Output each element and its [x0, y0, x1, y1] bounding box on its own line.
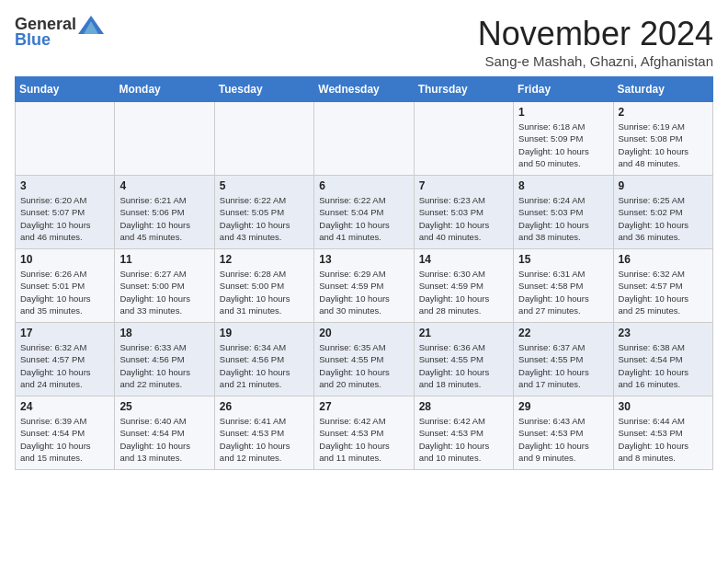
calendar-cell: 30Sunrise: 6:44 AM Sunset: 4:53 PM Dayli… — [613, 396, 712, 470]
calendar-cell: 29Sunrise: 6:43 AM Sunset: 4:53 PM Dayli… — [514, 396, 613, 470]
calendar-cell: 27Sunrise: 6:42 AM Sunset: 4:53 PM Dayli… — [314, 396, 414, 470]
logo-icon — [78, 16, 104, 34]
day-number: 20 — [319, 327, 408, 339]
calendar-cell: 14Sunrise: 6:30 AM Sunset: 4:59 PM Dayli… — [414, 249, 513, 323]
day-number: 21 — [419, 327, 508, 339]
day-number: 18 — [119, 327, 209, 339]
calendar-cell: 25Sunrise: 6:40 AM Sunset: 4:54 PM Dayli… — [115, 396, 214, 470]
weekday-header-tuesday: Tuesday — [214, 77, 313, 102]
calendar-cell: 10Sunrise: 6:26 AM Sunset: 5:01 PM Dayli… — [16, 249, 115, 323]
week-row-2: 3Sunrise: 6:20 AM Sunset: 5:07 PM Daylig… — [16, 176, 713, 249]
week-row-5: 24Sunrise: 6:39 AM Sunset: 4:54 PM Dayli… — [16, 396, 713, 470]
day-details: Sunrise: 6:36 AM Sunset: 4:55 PM Dayligh… — [419, 341, 508, 390]
day-number: 13 — [319, 253, 408, 266]
calendar-cell: 1Sunrise: 6:18 AM Sunset: 5:09 PM Daylig… — [514, 102, 613, 176]
day-details: Sunrise: 6:38 AM Sunset: 4:54 PM Dayligh… — [619, 341, 708, 390]
day-number: 2 — [619, 106, 708, 119]
day-number: 11 — [119, 253, 209, 266]
day-number: 19 — [220, 327, 309, 339]
calendar-cell: 26Sunrise: 6:41 AM Sunset: 4:53 PM Dayli… — [214, 396, 313, 470]
weekday-header-friday: Friday — [514, 77, 613, 102]
calendar-cell: 2Sunrise: 6:19 AM Sunset: 5:08 PM Daylig… — [613, 102, 712, 176]
calendar-cell: 18Sunrise: 6:33 AM Sunset: 4:56 PM Dayli… — [115, 323, 214, 396]
day-number: 7 — [419, 179, 508, 192]
page-header: General Blue November 2024 Sang-e Mashah… — [15, 15, 713, 69]
day-number: 9 — [619, 179, 708, 192]
calendar-cell: 24Sunrise: 6:39 AM Sunset: 4:54 PM Dayli… — [16, 396, 115, 470]
calendar-cell: 19Sunrise: 6:34 AM Sunset: 4:56 PM Dayli… — [214, 323, 313, 396]
weekday-header-wednesday: Wednesday — [314, 77, 414, 102]
calendar-cell: 22Sunrise: 6:37 AM Sunset: 4:55 PM Dayli… — [514, 323, 613, 396]
day-details: Sunrise: 6:44 AM Sunset: 4:53 PM Dayligh… — [619, 415, 708, 464]
day-number: 30 — [619, 400, 708, 413]
day-details: Sunrise: 6:40 AM Sunset: 4:54 PM Dayligh… — [119, 415, 209, 464]
day-number: 27 — [319, 400, 408, 413]
day-number: 28 — [419, 400, 508, 413]
day-number: 16 — [619, 253, 708, 266]
day-details: Sunrise: 6:35 AM Sunset: 4:55 PM Dayligh… — [319, 341, 408, 390]
calendar-cell: 20Sunrise: 6:35 AM Sunset: 4:55 PM Dayli… — [314, 323, 414, 396]
day-details: Sunrise: 6:37 AM Sunset: 4:55 PM Dayligh… — [518, 341, 608, 390]
day-number: 10 — [20, 253, 109, 266]
day-number: 5 — [220, 179, 309, 192]
day-details: Sunrise: 6:31 AM Sunset: 4:58 PM Dayligh… — [518, 268, 608, 316]
calendar-cell: 8Sunrise: 6:24 AM Sunset: 5:03 PM Daylig… — [514, 176, 613, 249]
day-details: Sunrise: 6:22 AM Sunset: 5:04 PM Dayligh… — [319, 194, 408, 243]
day-number: 15 — [518, 253, 608, 266]
weekday-header-monday: Monday — [115, 77, 214, 102]
day-number: 23 — [619, 327, 708, 339]
calendar-cell: 9Sunrise: 6:25 AM Sunset: 5:02 PM Daylig… — [613, 176, 712, 249]
month-title: November 2024 — [478, 15, 713, 53]
logo: General Blue — [15, 15, 104, 50]
day-details: Sunrise: 6:42 AM Sunset: 4:53 PM Dayligh… — [319, 415, 408, 464]
weekday-header-saturday: Saturday — [613, 77, 712, 102]
day-details: Sunrise: 6:21 AM Sunset: 5:06 PM Dayligh… — [119, 194, 209, 243]
weekday-header-thursday: Thursday — [414, 77, 513, 102]
calendar-cell: 15Sunrise: 6:31 AM Sunset: 4:58 PM Dayli… — [514, 249, 613, 323]
calendar-cell: 21Sunrise: 6:36 AM Sunset: 4:55 PM Dayli… — [414, 323, 513, 396]
day-details: Sunrise: 6:32 AM Sunset: 4:57 PM Dayligh… — [619, 268, 708, 316]
week-row-3: 10Sunrise: 6:26 AM Sunset: 5:01 PM Dayli… — [16, 249, 713, 323]
weekday-header-row: SundayMondayTuesdayWednesdayThursdayFrid… — [16, 77, 713, 102]
calendar-cell: 13Sunrise: 6:29 AM Sunset: 4:59 PM Dayli… — [314, 249, 414, 323]
day-details: Sunrise: 6:26 AM Sunset: 5:01 PM Dayligh… — [20, 268, 109, 316]
day-details: Sunrise: 6:23 AM Sunset: 5:03 PM Dayligh… — [419, 194, 508, 243]
calendar-cell — [214, 102, 313, 176]
calendar-cell: 16Sunrise: 6:32 AM Sunset: 4:57 PM Dayli… — [613, 249, 712, 323]
location-text: Sang-e Mashah, Ghazni, Afghanistan — [478, 53, 713, 69]
day-details: Sunrise: 6:22 AM Sunset: 5:05 PM Dayligh… — [220, 194, 309, 243]
day-details: Sunrise: 6:43 AM Sunset: 4:53 PM Dayligh… — [518, 415, 608, 464]
day-details: Sunrise: 6:41 AM Sunset: 4:53 PM Dayligh… — [220, 415, 309, 464]
calendar-table: SundayMondayTuesdayWednesdayThursdayFrid… — [15, 76, 713, 470]
day-details: Sunrise: 6:39 AM Sunset: 4:54 PM Dayligh… — [20, 415, 109, 464]
day-number: 3 — [20, 179, 109, 192]
calendar-cell: 7Sunrise: 6:23 AM Sunset: 5:03 PM Daylig… — [414, 176, 513, 249]
day-details: Sunrise: 6:42 AM Sunset: 4:53 PM Dayligh… — [419, 415, 508, 464]
day-number: 25 — [119, 400, 209, 413]
day-number: 4 — [119, 179, 209, 192]
day-number: 24 — [20, 400, 109, 413]
day-details: Sunrise: 6:30 AM Sunset: 4:59 PM Dayligh… — [419, 268, 508, 316]
day-number: 1 — [518, 106, 608, 119]
calendar-cell: 17Sunrise: 6:32 AM Sunset: 4:57 PM Dayli… — [16, 323, 115, 396]
day-details: Sunrise: 6:20 AM Sunset: 5:07 PM Dayligh… — [20, 194, 109, 243]
day-details: Sunrise: 6:32 AM Sunset: 4:57 PM Dayligh… — [20, 341, 109, 390]
day-details: Sunrise: 6:28 AM Sunset: 5:00 PM Dayligh… — [220, 268, 309, 316]
day-details: Sunrise: 6:34 AM Sunset: 4:56 PM Dayligh… — [220, 341, 309, 390]
day-number: 14 — [419, 253, 508, 266]
calendar-cell — [314, 102, 414, 176]
day-number: 22 — [518, 327, 608, 339]
weekday-header-sunday: Sunday — [16, 77, 115, 102]
calendar-cell — [414, 102, 513, 176]
calendar-cell: 6Sunrise: 6:22 AM Sunset: 5:04 PM Daylig… — [314, 176, 414, 249]
calendar-cell — [115, 102, 214, 176]
day-number: 17 — [20, 327, 109, 339]
day-details: Sunrise: 6:33 AM Sunset: 4:56 PM Dayligh… — [119, 341, 209, 390]
calendar-cell: 12Sunrise: 6:28 AM Sunset: 5:00 PM Dayli… — [214, 249, 313, 323]
logo-blue-text: Blue — [15, 30, 51, 50]
calendar-cell: 11Sunrise: 6:27 AM Sunset: 5:00 PM Dayli… — [115, 249, 214, 323]
calendar-cell: 28Sunrise: 6:42 AM Sunset: 4:53 PM Dayli… — [414, 396, 513, 470]
day-details: Sunrise: 6:27 AM Sunset: 5:00 PM Dayligh… — [119, 268, 209, 316]
calendar-cell: 5Sunrise: 6:22 AM Sunset: 5:05 PM Daylig… — [214, 176, 313, 249]
day-details: Sunrise: 6:24 AM Sunset: 5:03 PM Dayligh… — [518, 194, 608, 243]
